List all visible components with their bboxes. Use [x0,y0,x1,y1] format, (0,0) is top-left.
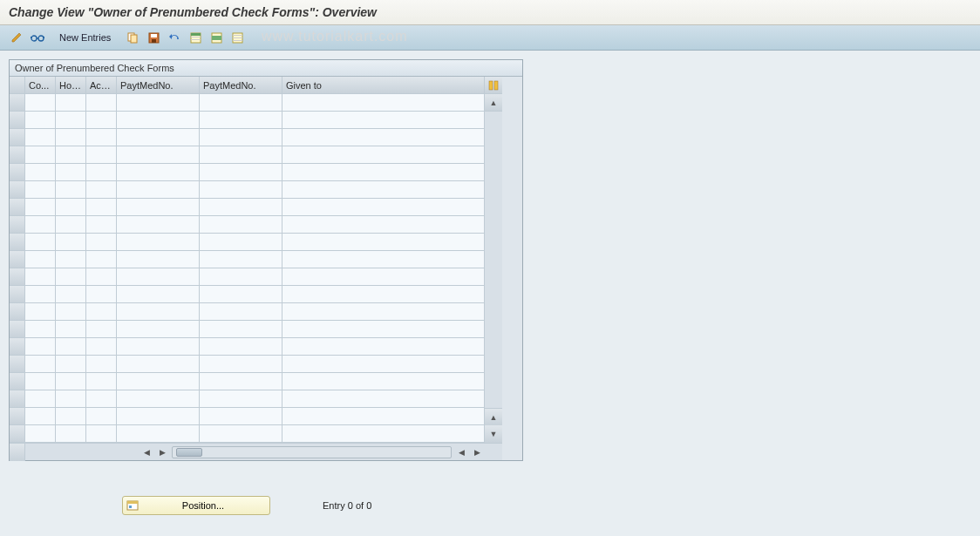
cell[interactable] [282,112,485,129]
hscroll-track[interactable] [172,446,452,458]
cell[interactable] [282,164,485,181]
cell[interactable] [200,321,282,338]
row-selector[interactable] [10,390,25,408]
cell[interactable] [117,216,200,234]
cell[interactable] [25,303,56,321]
cell[interactable] [56,356,86,373]
cell[interactable] [282,234,485,251]
cell[interactable] [282,251,485,268]
cell[interactable] [25,129,56,146]
cell[interactable] [200,234,282,251]
cell[interactable] [200,338,282,356]
position-button[interactable]: Position... [122,496,270,515]
cell[interactable] [56,112,86,129]
cell[interactable] [282,303,485,321]
cell[interactable] [117,234,200,251]
cell[interactable] [86,234,117,251]
row-selector[interactable] [10,268,25,286]
row-selector[interactable] [10,181,25,199]
cell[interactable] [25,234,56,251]
row-selector[interactable] [10,251,25,268]
cell[interactable] [117,338,200,356]
cell[interactable] [200,303,282,321]
cell[interactable] [117,181,200,199]
cell[interactable] [200,199,282,216]
cell[interactable] [56,234,86,251]
row-selector[interactable] [10,425,25,443]
cell[interactable] [25,321,56,338]
cell[interactable] [56,303,86,321]
select-block-button[interactable] [207,29,226,46]
cell[interactable] [200,268,282,286]
undo-button[interactable] [165,29,184,46]
cell[interactable] [25,199,56,216]
cell[interactable] [200,216,282,234]
cell[interactable] [56,286,86,303]
cell[interactable] [86,356,117,373]
scroll-left-end-button[interactable]: ◀ [454,445,468,459]
cell[interactable] [117,286,200,303]
cell[interactable] [282,216,485,234]
cell[interactable] [117,373,200,390]
cell[interactable] [25,286,56,303]
col-header[interactable]: Hou... [56,77,86,94]
cell[interactable] [56,390,86,408]
row-selector[interactable] [10,356,25,373]
cell[interactable] [117,408,200,425]
col-header[interactable]: PaytMedNo. [117,77,200,94]
col-header[interactable]: Given to [282,77,485,94]
row-selector[interactable] [10,286,25,303]
cell[interactable] [25,94,56,112]
cell[interactable] [117,146,200,164]
scroll-right-button[interactable]: ▶ [470,445,484,459]
cell[interactable] [282,268,485,286]
cell[interactable] [56,251,86,268]
copy-button[interactable] [123,29,142,46]
cell[interactable] [25,268,56,286]
cell[interactable] [86,181,117,199]
cell[interactable] [25,338,56,356]
cell[interactable] [117,356,200,373]
cell[interactable] [86,286,117,303]
cell[interactable] [282,390,485,408]
row-selector[interactable] [10,199,25,216]
cell[interactable] [25,390,56,408]
cell[interactable] [25,216,56,234]
select-all-button[interactable] [186,29,205,46]
display-button[interactable] [28,29,47,46]
cell[interactable] [56,181,86,199]
cell[interactable] [117,129,200,146]
cell[interactable] [86,216,117,234]
cell[interactable] [86,390,117,408]
cell[interactable] [200,129,282,146]
cell[interactable] [25,181,56,199]
cell[interactable] [200,356,282,373]
cell[interactable] [86,408,117,425]
cell[interactable] [282,373,485,390]
cell[interactable] [117,425,200,443]
new-entries-button[interactable]: New Entries [52,31,118,44]
cell[interactable] [282,425,485,443]
row-selector[interactable] [10,321,25,338]
cell[interactable] [282,94,485,112]
cell[interactable] [56,338,86,356]
cell[interactable] [117,251,200,268]
row-selector[interactable] [10,373,25,390]
cell[interactable] [86,303,117,321]
cell[interactable] [200,373,282,390]
cell[interactable] [117,164,200,181]
cell[interactable] [117,199,200,216]
col-header[interactable]: PaytMedNo. [200,77,282,94]
cell[interactable] [200,164,282,181]
cell[interactable] [56,146,86,164]
cell[interactable] [86,338,117,356]
cell[interactable] [117,321,200,338]
row-selector[interactable] [10,164,25,181]
cell[interactable] [86,129,117,146]
cell[interactable] [282,356,485,373]
col-header[interactable]: Acc... [86,77,117,94]
row-selector[interactable] [10,146,25,164]
cell[interactable] [56,129,86,146]
cell[interactable] [25,425,56,443]
cell[interactable] [56,321,86,338]
